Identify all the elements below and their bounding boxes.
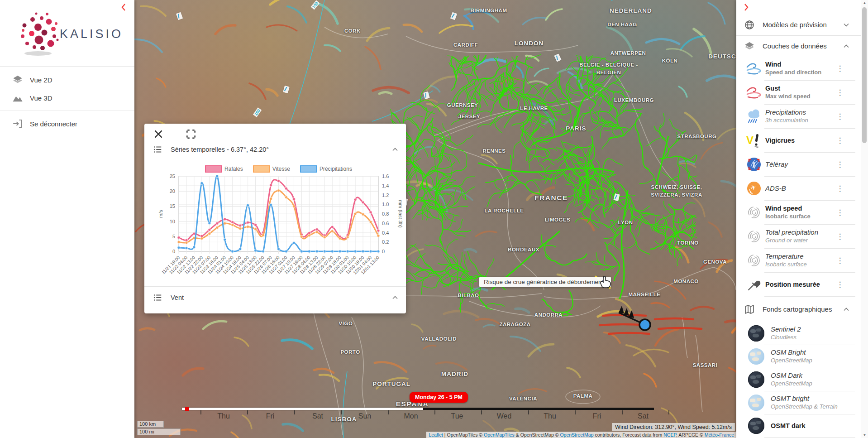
layer-item-precipitations[interactable]: Precipitations3h accumulation⋮ <box>736 105 868 128</box>
basemap-item-sentinel-2[interactable]: Sentinel 2Cloudless <box>736 322 868 345</box>
svg-text:5: 5 <box>172 234 175 239</box>
svg-text:10: 10 <box>170 219 175 224</box>
current-time-badge: Monday 26 - 5 PM <box>410 392 468 403</box>
layer-item-temperature[interactable]: TemperatureIsobaric surface⋮ <box>736 249 868 272</box>
map-label: CARDIFF <box>453 42 478 48</box>
section-label: Fonds cartographiques <box>763 305 842 314</box>
section-basemaps[interactable]: Fonds cartographiques <box>736 297 868 322</box>
basemap-item-osm-dark[interactable]: OSM DarkOpenStreetMap <box>736 368 868 391</box>
section-label: Modèles de prévision <box>763 21 842 29</box>
layer-menu-icon[interactable]: ⋮ <box>833 136 847 145</box>
section-forecast-models[interactable]: Modèles de prévision <box>736 14 868 35</box>
list-icon[interactable] <box>153 293 162 303</box>
map-label: VIGO <box>339 321 353 326</box>
layer-menu-icon[interactable]: ⋮ <box>833 64 847 73</box>
attribution-link[interactable]: NCEP <box>663 432 676 438</box>
layer-menu-icon[interactable]: ⋮ <box>833 112 847 121</box>
map-label: RENNES <box>483 148 506 154</box>
layer-menu-icon[interactable]: ⋮ <box>833 160 847 169</box>
chevron-up-icon[interactable] <box>842 42 851 51</box>
wind-status-bar: Wind Direction: 312.90°, Wind Speed: 5.1… <box>612 423 735 431</box>
map-label: DEN HAAG <box>607 22 637 27</box>
collapse-left-panel-icon[interactable] <box>120 3 127 12</box>
layer-menu-icon[interactable]: ⋮ <box>833 280 847 289</box>
hand-cursor-icon <box>600 275 611 288</box>
attribution-link[interactable]: OpenMapTiles <box>484 432 515 438</box>
layer-item-wind[interactable]: WindSpeed and direction⋮ <box>736 57 868 80</box>
map-attribution: Leaflet | OpenMapTiles © OpenMapTiles & … <box>426 432 736 438</box>
map-label: KÖLN <box>662 58 678 63</box>
layer-item-ads-b[interactable]: ✈ADS-B⋮ <box>736 177 868 200</box>
sidebar-item-vue-2d[interactable]: Vue 2D <box>0 71 134 89</box>
sidebar-item-logout[interactable]: Se déconnecter <box>0 115 134 133</box>
map-label: PARIS <box>566 125 586 132</box>
layer-menu-icon[interactable]: ⋮ <box>833 256 847 265</box>
attribution-link[interactable]: Leaflet <box>429 432 443 438</box>
svg-text:0.2: 0.2 <box>382 239 389 245</box>
sidebar-item-vue-3d[interactable]: Vue 3D <box>0 89 134 107</box>
fullscreen-icon[interactable] <box>185 128 197 140</box>
legend-item-précipitations[interactable]: Précipitations <box>300 165 352 173</box>
legend-item-rafales[interactable]: Rafales <box>205 165 243 173</box>
close-icon[interactable] <box>153 128 164 140</box>
basemap-thumbnail <box>748 395 764 411</box>
scrollbar-thumb[interactable] <box>862 7 867 143</box>
map-label: JERSEY <box>458 114 480 119</box>
basemap-thumbnail <box>748 325 764 342</box>
attribution-link[interactable]: Météo-France <box>705 432 734 438</box>
layer-item-vigicrues[interactable]: VVigicrues⋮ <box>736 129 868 152</box>
basemap-item-osmt-dark[interactable]: OSMT dark <box>736 414 868 437</box>
map-label: MADRID <box>441 371 468 377</box>
legend-swatch <box>300 165 317 173</box>
layer-item-t-l-ray[interactable]: Téléray⋮ <box>736 153 868 176</box>
layer-item-gust[interactable]: GustMax wind speed⋮ <box>736 81 868 104</box>
scroll-down-icon[interactable]: ▼ <box>861 433 868 437</box>
map-label: MARSEILLE <box>629 292 661 297</box>
map-label: ZARAGOZA <box>499 322 530 327</box>
chevron-down-icon[interactable] <box>842 20 851 29</box>
chevron-up-icon[interactable] <box>842 305 851 314</box>
map-label: BILBAO <box>458 293 479 298</box>
chevron-up-icon[interactable] <box>391 293 400 302</box>
map-label: TORINO <box>677 240 699 245</box>
list-icon[interactable] <box>153 144 162 154</box>
brand-logo: KALISIO <box>0 0 134 67</box>
legend-item-vitesse[interactable]: Vitesse <box>253 165 290 173</box>
map-label: DEUTSCHLAND <box>708 53 736 60</box>
timeseries-chart[interactable]: 051015202500.20.40.60.81.01.21.41.6m/smm… <box>144 173 406 282</box>
iso-icon <box>745 204 763 221</box>
legend-swatch <box>205 165 222 173</box>
svg-text:V: V <box>746 134 754 146</box>
scale-km: 100 km <box>137 421 164 428</box>
map-label: SASSARI <box>693 362 718 368</box>
basemap-thumbnail <box>748 348 764 365</box>
chevron-up-icon[interactable] <box>391 145 400 154</box>
map-canvas[interactable]: BIRMINGHAMNEDERLANDDEN HAAGCORKLONDONCAR… <box>134 0 736 438</box>
dropper-icon <box>745 276 763 293</box>
attribution-link[interactable]: OpenStreetMap <box>560 432 593 438</box>
layer-item-position-mesur-e[interactable]: Position mesurée⋮ <box>736 273 868 296</box>
map-label: GUERNSEY <box>447 102 478 108</box>
map-icon <box>744 303 755 315</box>
layer-item-wind-speed[interactable]: Wind speedIsobaric surface⋮ <box>736 201 868 224</box>
svg-text:0: 0 <box>172 249 175 254</box>
map-label: LUXEMBOURG <box>614 97 654 103</box>
basemap-item-osm-bright[interactable]: OSM BrightOpenStreetMap <box>736 345 868 368</box>
section-data-layers[interactable]: Couches de données <box>736 36 868 57</box>
sidebar-scrollbar[interactable]: ▲ ▼ <box>861 0 868 438</box>
iso-icon <box>745 228 763 245</box>
layer-menu-icon[interactable]: ⋮ <box>833 184 847 193</box>
sidebar-item-label: Se déconnecter <box>30 120 77 128</box>
adsb-icon: ✈ <box>745 180 763 197</box>
basemap-item-osmt-bright[interactable]: OSMT brightOpenStreetMap & Terrain <box>736 391 868 414</box>
layer-menu-icon[interactable]: ⋮ <box>833 208 847 217</box>
collapse-right-panel-icon[interactable] <box>743 3 750 12</box>
map-label: LONDON <box>515 40 544 47</box>
layer-menu-icon[interactable]: ⋮ <box>833 232 847 241</box>
scroll-up-icon[interactable]: ▲ <box>861 1 868 5</box>
layer-item-total-precipitation[interactable]: Total precipitationGround or water⋮ <box>736 225 868 248</box>
map-label: BIRMINGHAM <box>470 8 507 13</box>
layer-menu-icon[interactable]: ⋮ <box>833 88 847 97</box>
chart-legend[interactable]: RafalesVitessePrécipitations <box>179 165 378 173</box>
map-label: PORTUGAL <box>372 380 410 387</box>
